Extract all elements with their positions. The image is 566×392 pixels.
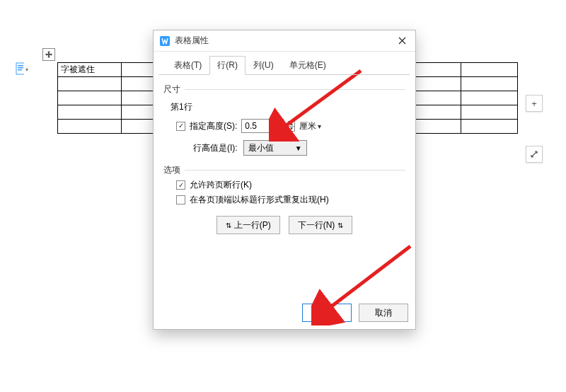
resize-handle-icon[interactable] <box>526 146 543 163</box>
ok-button[interactable]: 确定 <box>302 304 352 322</box>
svg-rect-0 <box>16 63 24 74</box>
chevron-down-icon[interactable]: ▾ <box>318 122 321 130</box>
updown-icon: ⇅ <box>226 221 231 229</box>
tabs: 表格(T) 行(R) 列(U) 单元格(E) <box>154 52 415 75</box>
row-height-type-value: 最小值 <box>248 142 274 154</box>
next-row-button[interactable]: 下一行(N) ⇅ <box>289 216 353 234</box>
svg-rect-1 <box>18 65 23 67</box>
table-properties-dialog: 表格属性 表格(T) 行(R) 列(U) 单元格(E) 尺寸 第1行 指定高度(… <box>153 30 416 330</box>
tab-column[interactable]: 列(U) <box>246 56 282 75</box>
chevron-down-icon: ▼ <box>295 144 302 152</box>
add-column-button[interactable]: + <box>526 95 543 112</box>
row-height-type-select[interactable]: 最小值 ▼ <box>243 140 307 156</box>
app-icon <box>159 35 171 47</box>
tab-table[interactable]: 表格(T) <box>166 56 209 75</box>
table-move-handle[interactable] <box>42 48 55 61</box>
updown-icon: ⇅ <box>337 221 343 229</box>
svg-rect-2 <box>18 67 23 69</box>
row-height-type-label: 行高值是(I): <box>193 142 238 154</box>
row-number-label: 第1行 <box>163 96 405 116</box>
insert-page-icon[interactable]: ▾ <box>16 62 28 76</box>
tab-row[interactable]: 行(R) <box>209 56 246 75</box>
repeat-header-label: 在各页顶端以标题行形式重复出现(H) <box>190 194 329 206</box>
options-section-label: 选项 <box>163 164 405 176</box>
specify-height-checkbox[interactable] <box>176 122 185 131</box>
prev-row-label: 上一行(P) <box>234 219 271 231</box>
allow-break-checkbox[interactable] <box>176 180 185 190</box>
unit-label: 厘米 <box>299 120 316 132</box>
height-input[interactable] <box>241 119 284 133</box>
tab-cell[interactable]: 单元格(E) <box>282 56 334 75</box>
size-section-label: 尺寸 <box>163 83 405 96</box>
table-cell[interactable] <box>461 63 518 77</box>
prev-row-button[interactable]: ⇅ 上一行(P) <box>216 216 280 234</box>
cancel-button[interactable]: 取消 <box>359 304 408 322</box>
dialog-title: 表格属性 <box>175 35 209 47</box>
dialog-titlebar: 表格属性 <box>154 30 415 52</box>
repeat-header-checkbox[interactable] <box>176 195 185 204</box>
specify-height-label: 指定高度(S): <box>190 120 237 132</box>
table-cell[interactable]: 字被遮住 <box>58 63 122 77</box>
svg-rect-3 <box>18 69 22 71</box>
next-row-label: 下一行(N) <box>298 219 335 231</box>
height-spinner-icon[interactable]: ▴▾ <box>288 121 295 132</box>
close-icon <box>398 37 406 45</box>
close-button[interactable] <box>391 33 412 50</box>
allow-break-label: 允许跨页断行(K) <box>190 179 252 191</box>
